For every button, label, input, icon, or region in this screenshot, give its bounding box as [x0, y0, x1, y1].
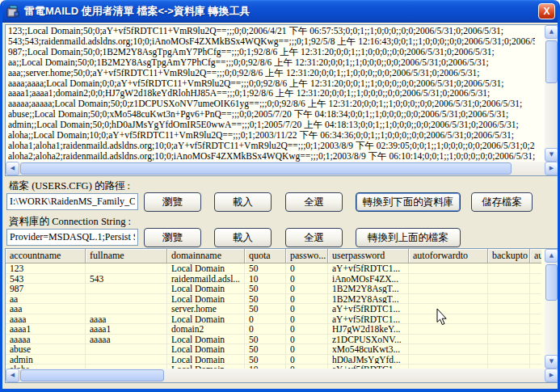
- grid-cell[interactable]: [488, 294, 530, 305]
- grid-cell[interactable]: [409, 355, 488, 365]
- table-row[interactable]: 987Local Domain5001B2M2Y8AsgT...: [6, 284, 541, 294]
- file-path-input[interactable]: [6, 193, 138, 210]
- db-browse-button[interactable]: 瀏覽: [144, 228, 201, 247]
- scroll-left-icon[interactable]: ◀: [6, 162, 19, 175]
- grid-cell[interactable]: 0: [245, 324, 286, 335]
- grid-cell[interactable]: 50: [245, 304, 286, 314]
- grid-cell[interactable]: 50: [245, 284, 286, 294]
- table-row[interactable]: aaaserver.home500aY+vf5fRDTC1...: [6, 304, 541, 314]
- grid-cell[interactable]: aaaa: [6, 314, 86, 325]
- grid-cell[interactable]: 543: [6, 274, 86, 285]
- grid-cell[interactable]: 0: [286, 335, 328, 345]
- grid-column-header[interactable]: userpassword: [328, 249, 409, 263]
- textarea-hscroll-thumb[interactable]: [20, 162, 512, 175]
- grid-cell[interactable]: [530, 335, 541, 345]
- grid-cell[interactable]: raidenmaild.adsl...: [167, 274, 245, 285]
- grid-hscroll-thumb[interactable]: [20, 369, 164, 381]
- save-file-button[interactable]: 儲存檔案: [471, 192, 533, 212]
- grid-cell[interactable]: z1DCPUSXoNV...: [328, 335, 409, 345]
- grid-cell[interactable]: [86, 355, 167, 365]
- grid-cell[interactable]: [488, 284, 530, 294]
- table-row[interactable]: adminLocal Domain500hD0aJMsYgYfd...: [6, 355, 541, 365]
- table-row[interactable]: 543543raidenmaild.adsl...100iAnoMOsF4ZX.…: [6, 274, 541, 285]
- grid-cell[interactable]: 0: [286, 324, 328, 335]
- grid-cell[interactable]: 50: [245, 335, 286, 345]
- grid-cell[interactable]: abuse: [6, 344, 86, 355]
- grid-cell[interactable]: [86, 304, 167, 314]
- grid-cell[interactable]: [86, 344, 167, 355]
- grid-cell[interactable]: [488, 344, 530, 355]
- scroll-right-icon[interactable]: ▶: [545, 162, 558, 175]
- grid-cell[interactable]: 0: [286, 274, 328, 285]
- users-file-textarea[interactable]: 123;;Local Domain;50;0;aY+vf5fRDTC11+VmR…: [5, 24, 559, 176]
- grid-cell[interactable]: [530, 263, 541, 274]
- scroll-right-icon[interactable]: ▶: [545, 369, 558, 382]
- grid-cell[interactable]: 0: [286, 304, 328, 314]
- grid-cell[interactable]: [530, 355, 541, 365]
- table-row[interactable]: aaaaaaaaLocal Domain00aY+vf5fRDTC1...: [6, 314, 541, 325]
- grid-cell[interactable]: [488, 314, 530, 325]
- grid-cell[interactable]: 0: [286, 263, 328, 274]
- grid-cell[interactable]: aaaa1: [86, 324, 167, 335]
- scroll-down-icon[interactable]: ▼: [545, 355, 558, 369]
- table-row[interactable]: aaLocal Domain5001B2M2Y8AsgT...: [6, 294, 541, 305]
- table-row[interactable]: aaaaaaaaaaLocal Domain500z1DCPUSXoNV...: [6, 335, 541, 345]
- grid-vscrollbar[interactable]: ▲ ▼: [545, 249, 558, 369]
- grid-cell[interactable]: server.home: [167, 304, 245, 314]
- grid-cell[interactable]: [530, 344, 541, 355]
- grid-cell[interactable]: aaa: [6, 304, 86, 314]
- grid-cell[interactable]: HJ7gW2d18keY...: [328, 324, 409, 335]
- grid-cell[interactable]: aaaa1: [6, 324, 86, 335]
- grid-cell[interactable]: aY+vf5fRDTC1...: [328, 314, 409, 325]
- grid-cell[interactable]: [409, 284, 488, 294]
- grid-cell[interactable]: aaaa: [86, 314, 167, 325]
- close-button[interactable]: X: [538, 3, 555, 19]
- grid-cell[interactable]: [409, 324, 488, 335]
- grid-cell[interactable]: aaaaa: [86, 335, 167, 345]
- grid-cell[interactable]: [409, 294, 488, 305]
- grid-cell[interactable]: Local Domain: [167, 344, 245, 355]
- grid-cell[interactable]: Local Domain: [167, 355, 245, 365]
- grid-cell[interactable]: 10: [245, 274, 286, 285]
- grid-cell[interactable]: Local Domain: [167, 263, 245, 274]
- grid-cell[interactable]: 50: [245, 294, 286, 305]
- grid-cell[interactable]: 0: [286, 344, 328, 355]
- grid-cell[interactable]: Local Domain: [167, 314, 245, 325]
- users-data-grid[interactable]: accountnamefullnamedomainnamequotapasswo…: [5, 248, 559, 383]
- grid-header[interactable]: accountnamefullnamedomainnamequotapasswo…: [6, 249, 541, 263]
- grid-cell[interactable]: [409, 274, 488, 285]
- grid-cell[interactable]: [530, 314, 541, 325]
- grid-cell[interactable]: hD0aJMsYgYfd...: [328, 355, 409, 365]
- scroll-up-icon[interactable]: ▲: [545, 249, 558, 263]
- grid-column-header[interactable]: fullname: [86, 249, 167, 263]
- grid-column-header[interactable]: autoforwardto: [409, 249, 488, 263]
- grid-cell[interactable]: 0: [286, 294, 328, 305]
- file-select-all-button[interactable]: 全選: [285, 192, 343, 212]
- grid-column-header[interactable]: passwo...: [286, 249, 328, 263]
- grid-cell[interactable]: [86, 284, 167, 294]
- scroll-left-icon[interactable]: ◀: [6, 369, 19, 382]
- titlebar[interactable]: 雷電MAILD 使用者清單 檔案<->資料庫 轉換工具 X: [0, 0, 560, 23]
- grid-cell[interactable]: [530, 304, 541, 314]
- grid-cell[interactable]: 123: [6, 263, 86, 274]
- table-row[interactable]: abuseLocal Domain500xMo548cuKwt3...: [6, 344, 541, 355]
- textarea-vscroll-thumb[interactable]: [545, 40, 558, 83]
- grid-cell[interactable]: [488, 304, 530, 314]
- grid-cell[interactable]: xMo548cuKwt3...: [328, 344, 409, 355]
- grid-cell[interactable]: 50: [245, 344, 286, 355]
- grid-cell[interactable]: aa: [6, 294, 86, 305]
- grid-vscroll-thumb[interactable]: [545, 264, 558, 301]
- grid-cell[interactable]: [488, 355, 530, 365]
- grid-cell[interactable]: [488, 335, 530, 345]
- grid-cell[interactable]: 50: [245, 263, 286, 274]
- grid-column-header[interactable]: accountname: [6, 249, 86, 263]
- grid-cell[interactable]: [86, 294, 167, 305]
- grid-cell[interactable]: [530, 284, 541, 294]
- grid-cell[interactable]: Local Domain: [167, 335, 245, 345]
- grid-cell[interactable]: [409, 263, 488, 274]
- grid-cell[interactable]: [409, 304, 488, 314]
- scroll-down-icon[interactable]: ▼: [545, 148, 558, 162]
- grid-cell[interactable]: [530, 294, 541, 305]
- grid-cell[interactable]: 0: [286, 284, 328, 294]
- grid-cell[interactable]: Local Domain: [167, 294, 245, 305]
